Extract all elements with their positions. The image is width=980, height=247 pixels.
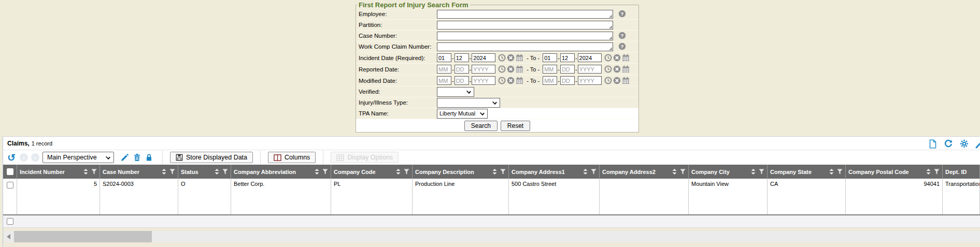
work-comp-claim-input[interactable] xyxy=(437,42,613,51)
filter-icon[interactable] xyxy=(169,169,175,175)
column-header[interactable]: Company Postal Code xyxy=(846,165,943,179)
filter-icon[interactable] xyxy=(680,169,686,175)
injury-illness-type-select[interactable] xyxy=(437,98,500,108)
help-icon[interactable]: ? xyxy=(618,42,626,50)
column-header[interactable]: Case Number xyxy=(100,165,178,179)
sort-icon[interactable] xyxy=(162,169,166,175)
column-header[interactable]: Company Code xyxy=(331,165,413,179)
columns-button[interactable]: Columns xyxy=(268,152,316,163)
clock-icon[interactable] xyxy=(604,77,612,84)
row-checkbox[interactable] xyxy=(7,182,13,188)
forward-icon[interactable]: › xyxy=(31,153,39,162)
filter-icon[interactable] xyxy=(759,169,764,175)
search-button[interactable]: Search xyxy=(464,121,498,131)
filter-icon[interactable] xyxy=(222,169,228,175)
clock-icon[interactable] xyxy=(604,54,612,62)
column-header[interactable]: Company Address2 xyxy=(600,165,689,179)
clock-icon[interactable] xyxy=(604,65,612,73)
sort-icon[interactable] xyxy=(492,169,497,175)
column-header[interactable]: Company State xyxy=(768,165,846,179)
clock-icon[interactable] xyxy=(498,54,506,62)
wrench-icon[interactable] xyxy=(975,139,980,149)
horizontal-scrollbar[interactable] xyxy=(4,231,980,242)
case-number-help[interactable]: ? xyxy=(618,32,626,40)
case-number-input[interactable] xyxy=(437,32,613,40)
reported-date-from-day[interactable] xyxy=(455,65,469,74)
help-icon[interactable]: ? xyxy=(618,10,626,18)
calendar-icon[interactable] xyxy=(516,65,523,73)
sort-icon[interactable] xyxy=(751,169,756,175)
column-header[interactable]: Company Abbreviation xyxy=(231,165,331,179)
footer-checkbox[interactable] xyxy=(7,218,13,225)
perspective-select[interactable]: Main Perspective xyxy=(42,152,114,163)
clock-icon[interactable] xyxy=(498,65,506,73)
column-header[interactable]: Dept. ID xyxy=(943,165,980,179)
calendar-icon[interactable] xyxy=(622,54,630,62)
modified-date-to-year[interactable] xyxy=(578,76,602,85)
column-header[interactable]: Company Description xyxy=(413,165,509,179)
scroll-left-arrow-icon[interactable] xyxy=(4,231,12,242)
filter-icon[interactable] xyxy=(591,169,596,175)
modified-date-to-month[interactable] xyxy=(543,76,557,85)
calendar-icon[interactable] xyxy=(622,77,630,84)
edit-pencil-icon[interactable] xyxy=(120,153,129,162)
refresh-icon[interactable] xyxy=(944,139,953,149)
reported-date-to-day[interactable] xyxy=(560,65,575,74)
back-icon[interactable]: ‹ xyxy=(20,153,28,162)
calendar-icon[interactable] xyxy=(622,65,630,73)
calendar-icon[interactable] xyxy=(516,77,523,84)
modified-date-from-year[interactable] xyxy=(472,76,495,85)
column-header[interactable]: Incident Number xyxy=(17,165,100,179)
reported-date-to-month[interactable] xyxy=(543,65,557,74)
employee-input[interactable] xyxy=(437,10,613,19)
calendar-icon[interactable] xyxy=(516,54,523,62)
filter-icon[interactable] xyxy=(934,169,940,175)
clear-date-icon[interactable] xyxy=(507,77,515,84)
tpa-name-select[interactable]: Liberty Mutual xyxy=(437,109,488,119)
reported-date-from-month[interactable] xyxy=(437,65,451,74)
clock-icon[interactable] xyxy=(498,77,506,84)
modified-date-from-day[interactable] xyxy=(455,76,469,85)
work-comp-claim-help[interactable]: ? xyxy=(618,42,626,51)
clear-date-icon[interactable] xyxy=(507,65,515,73)
column-header[interactable]: Status xyxy=(178,165,231,179)
select-all-checkbox[interactable] xyxy=(7,168,13,175)
sort-icon[interactable] xyxy=(829,169,834,175)
help-icon[interactable]: ? xyxy=(618,32,626,39)
column-header[interactable]: Company City xyxy=(689,165,768,179)
scrollbar-thumb[interactable] xyxy=(14,231,152,242)
partition-input[interactable] xyxy=(437,21,613,30)
incident-date-from-month[interactable] xyxy=(437,53,451,62)
sort-icon[interactable] xyxy=(672,169,677,175)
filter-icon[interactable] xyxy=(404,169,409,175)
store-displayed-data-button[interactable]: Store Displayed Data xyxy=(170,152,253,163)
sort-icon[interactable] xyxy=(315,169,319,175)
incident-date-from-day[interactable] xyxy=(455,53,469,62)
incident-date-to-month[interactable] xyxy=(543,53,557,62)
clear-date-icon[interactable] xyxy=(613,54,621,62)
table-row[interactable]: 5S2024-0003OBetter Corp.PLProduction Lin… xyxy=(3,179,980,215)
gear-icon[interactable] xyxy=(960,139,969,148)
sort-icon[interactable] xyxy=(83,169,88,175)
incident-date-from-year[interactable] xyxy=(472,53,495,62)
clear-date-icon[interactable] xyxy=(613,77,621,84)
filter-icon[interactable] xyxy=(322,169,328,175)
filter-icon[interactable] xyxy=(91,169,97,175)
undo-icon[interactable]: ↺ xyxy=(7,153,16,163)
reset-button[interactable]: Reset xyxy=(501,121,530,131)
column-header[interactable]: Company Address1 xyxy=(509,165,600,179)
employee-help[interactable]: ? xyxy=(618,10,626,19)
new-document-icon[interactable] xyxy=(929,139,937,149)
lock-icon[interactable] xyxy=(145,153,153,162)
delete-trash-icon[interactable] xyxy=(133,153,141,162)
incident-date-to-day[interactable] xyxy=(560,53,575,62)
incident-date-to-year[interactable] xyxy=(578,53,602,62)
sort-icon[interactable] xyxy=(215,169,219,175)
reported-date-from-year[interactable] xyxy=(472,65,495,74)
clear-date-icon[interactable] xyxy=(507,54,515,62)
modified-date-from-month[interactable] xyxy=(437,76,451,85)
filter-icon[interactable] xyxy=(500,169,506,175)
clear-date-icon[interactable] xyxy=(613,65,621,73)
reported-date-to-year[interactable] xyxy=(578,65,602,74)
sort-icon[interactable] xyxy=(396,169,401,175)
